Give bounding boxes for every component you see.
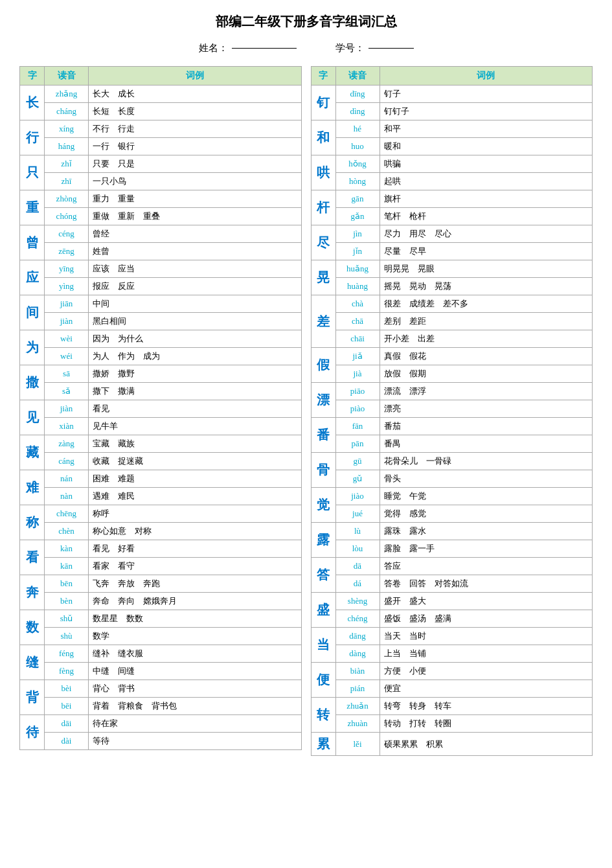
example-cell: 转动 打转 转圈 — [380, 715, 593, 733]
char-cell: 番 — [311, 418, 335, 453]
example-cell: 看见 — [89, 400, 302, 418]
pinyin-cell: nàn — [45, 488, 89, 505]
pinyin-cell: cáng — [45, 453, 89, 470]
example-cell: 看家 看守 — [89, 558, 302, 575]
pinyin-cell: céng — [45, 225, 89, 243]
pinyin-cell: dìng — [335, 103, 380, 120]
pinyin-cell: fèng — [45, 663, 89, 680]
example-cell: 哄骗 — [380, 155, 593, 173]
example-cell: 宝藏 藏族 — [89, 435, 302, 453]
char-cell: 曾 — [20, 225, 45, 260]
pinyin-cell: bèi — [45, 680, 89, 698]
example-cell: 收藏 捉迷藏 — [89, 453, 302, 470]
right-col-char: 字 — [311, 67, 335, 86]
example-cell: 露脸 露一手 — [380, 540, 593, 558]
pinyin-cell: fān — [335, 418, 380, 435]
char-cell: 漂 — [311, 383, 335, 418]
pinyin-cell: pián — [335, 680, 380, 698]
example-cell: 黑白相间 — [89, 313, 302, 330]
example-cell: 尽力 用尽 尽心 — [380, 225, 593, 243]
char-cell: 钉 — [311, 86, 335, 120]
pinyin-cell: huàng — [335, 278, 380, 295]
example-cell: 飞奔 奔放 奔跑 — [89, 575, 302, 593]
pinyin-cell: sǎ — [45, 383, 89, 400]
char-cell: 看 — [20, 540, 45, 575]
example-cell: 方便 小便 — [380, 663, 593, 680]
pinyin-cell: háng — [45, 138, 89, 155]
char-cell: 答 — [311, 558, 335, 593]
pinyin-cell: chā — [335, 313, 380, 330]
char-cell: 转 — [311, 698, 335, 733]
char-cell: 只 — [20, 155, 45, 190]
right-table-section: 字 读音 词例 钉dīng钉子dìng钉钉子和hé和平huo暖和哄hǒng哄骗h… — [311, 66, 593, 756]
pinyin-cell: dīng — [335, 86, 380, 103]
number-field: 学号： — [335, 42, 414, 54]
pinyin-cell: jiàn — [45, 313, 89, 330]
char-cell: 尽 — [311, 225, 335, 260]
pinyin-cell: zēng — [45, 243, 89, 260]
pinyin-cell: jué — [335, 505, 380, 523]
example-cell: 和平 — [380, 120, 593, 138]
example-cell: 只要 只是 — [89, 155, 302, 173]
left-col-char: 字 — [20, 67, 45, 86]
pinyin-cell: lěi — [335, 733, 380, 756]
pinyin-cell: chéng — [335, 610, 380, 628]
pinyin-cell: jìn — [335, 225, 380, 243]
pinyin-cell: zhòng — [45, 190, 89, 208]
pinyin-cell: xiàn — [45, 418, 89, 435]
char-cell: 觉 — [311, 488, 335, 523]
char-cell: 便 — [311, 663, 335, 698]
pinyin-cell: kàn — [45, 540, 89, 558]
example-cell: 奔命 奔向 嫦娥奔月 — [89, 593, 302, 610]
pinyin-cell: xíng — [45, 120, 89, 138]
char-cell: 奔 — [20, 575, 45, 610]
example-cell: 答应 — [380, 558, 593, 575]
pinyin-cell: bēn — [45, 575, 89, 593]
char-cell: 当 — [311, 628, 335, 663]
example-cell: 困难 难题 — [89, 470, 302, 488]
pinyin-cell: dài — [45, 733, 89, 750]
char-cell: 晃 — [311, 260, 335, 295]
example-cell: 漂流 漂浮 — [380, 383, 593, 400]
pinyin-cell: sā — [45, 365, 89, 383]
char-cell: 藏 — [20, 435, 45, 470]
example-cell: 睡觉 午觉 — [380, 488, 593, 505]
pinyin-cell: kān — [45, 558, 89, 575]
pinyin-cell: chóng — [45, 208, 89, 225]
char-cell: 数 — [20, 610, 45, 645]
example-cell: 背心 背书 — [89, 680, 302, 698]
pinyin-cell: jiān — [45, 295, 89, 313]
example-cell: 撒下 撒满 — [89, 383, 302, 400]
example-cell: 长短 长度 — [89, 103, 302, 120]
example-cell: 一只小鸟 — [89, 173, 302, 190]
pinyin-cell: shèng — [335, 593, 380, 610]
left-table-section: 字 读音 词例 长zhǎng长大 成长cháng长短 长度行xíng不行 行走h… — [19, 66, 302, 756]
example-cell: 盛饭 盛汤 盛满 — [380, 610, 593, 628]
example-cell: 长大 成长 — [89, 86, 302, 103]
pinyin-cell: chēng — [45, 505, 89, 523]
char-cell: 为 — [20, 330, 45, 365]
example-cell: 数学 — [89, 628, 302, 645]
pinyin-cell: huǎng — [335, 260, 380, 278]
example-cell: 暖和 — [380, 138, 593, 155]
pinyin-cell: jià — [335, 365, 380, 383]
pinyin-cell: bēi — [45, 698, 89, 715]
char-cell: 行 — [20, 120, 45, 155]
example-cell: 等待 — [89, 733, 302, 750]
char-cell: 待 — [20, 715, 45, 750]
char-cell: 长 — [20, 86, 45, 120]
pinyin-cell: féng — [45, 645, 89, 663]
char-cell: 露 — [311, 523, 335, 558]
page-title: 部编二年级下册多音字组词汇总 — [19, 13, 593, 30]
pinyin-cell: cháng — [45, 103, 89, 120]
example-cell: 便宜 — [380, 680, 593, 698]
example-cell: 钉钉子 — [380, 103, 593, 120]
example-cell: 上当 当铺 — [380, 645, 593, 663]
pinyin-cell: wèi — [45, 330, 89, 348]
char-cell: 累 — [311, 733, 335, 756]
pinyin-cell: biàn — [335, 663, 380, 680]
example-cell: 待在家 — [89, 715, 302, 733]
pinyin-cell: dā — [335, 558, 380, 575]
example-cell: 骨头 — [380, 470, 593, 488]
char-cell: 杆 — [311, 190, 335, 225]
